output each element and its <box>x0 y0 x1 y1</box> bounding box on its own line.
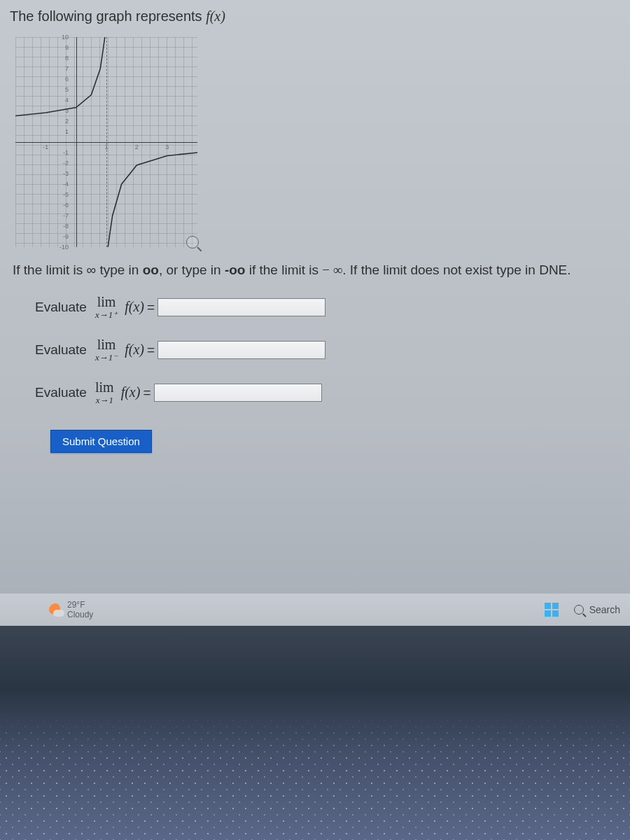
answer-input-3[interactable] <box>154 384 322 402</box>
submit-button[interactable]: Submit Question <box>50 430 152 453</box>
windows-start-icon[interactable] <box>545 603 559 617</box>
weather-temp: 29°F <box>67 600 93 610</box>
fx-label: f(x) <box>125 342 144 358</box>
weather-widget[interactable]: 29°F Cloudy <box>49 600 93 620</box>
intro-text: The following graph represents <box>10 8 206 24</box>
question-intro: The following graph represents f(x) <box>10 8 620 24</box>
laptop-bezel <box>0 626 630 840</box>
limit-row-3: Evaluate lim x→1 f(x) = <box>35 380 620 405</box>
limit-notation: lim x→1⁺ <box>95 295 118 319</box>
limit-instruction: If the limit is ∞ type in oo, or type in… <box>13 262 620 278</box>
answer-input-1[interactable] <box>158 298 326 316</box>
evaluate-label: Evaluate <box>35 300 87 315</box>
limit-notation: lim x→1⁻ <box>95 337 118 362</box>
taskbar-search[interactable]: Search <box>574 604 620 615</box>
limit-notation: lim x→1 <box>95 380 114 405</box>
function-graph: -10-9-8-7-6-5-4-3-2-112345678910 -1123 <box>15 37 197 247</box>
evaluate-label: Evaluate <box>35 385 87 400</box>
magnifier-icon[interactable] <box>186 236 199 248</box>
weather-desc: Cloudy <box>67 610 93 620</box>
graph-curves <box>15 37 197 247</box>
taskbar: 29°F Cloudy Search <box>0 594 630 626</box>
keyboard-dot-pattern <box>0 714 630 840</box>
limit-row-2: Evaluate lim x→1⁻ f(x) = <box>35 337 620 362</box>
search-icon <box>574 605 584 615</box>
search-label: Search <box>589 604 620 615</box>
limit-row-1: Evaluate lim x→1⁺ f(x) = <box>35 295 620 319</box>
answer-input-2[interactable] <box>158 341 326 359</box>
fx-label: f(x) <box>121 384 141 400</box>
weather-icon <box>49 603 62 616</box>
evaluate-label: Evaluate <box>35 342 87 358</box>
fx-label: f(x) <box>125 299 144 315</box>
intro-fx: f(x) <box>206 8 225 24</box>
